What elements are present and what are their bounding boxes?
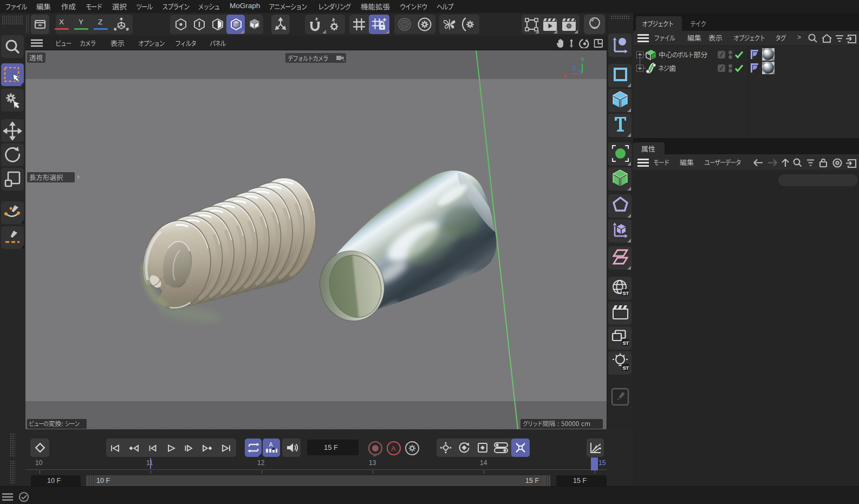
svg-text:Y: Y [581,56,585,63]
svg-text:A: A [269,441,274,448]
svg-text:A: A [391,444,396,453]
svg-text:ST: ST [623,341,629,346]
svg-text:Z: Z [572,65,576,71]
svg-text:X: X [563,73,567,80]
svg-text:ST: ST [623,365,629,371]
svg-text:ST: ST [623,291,629,296]
